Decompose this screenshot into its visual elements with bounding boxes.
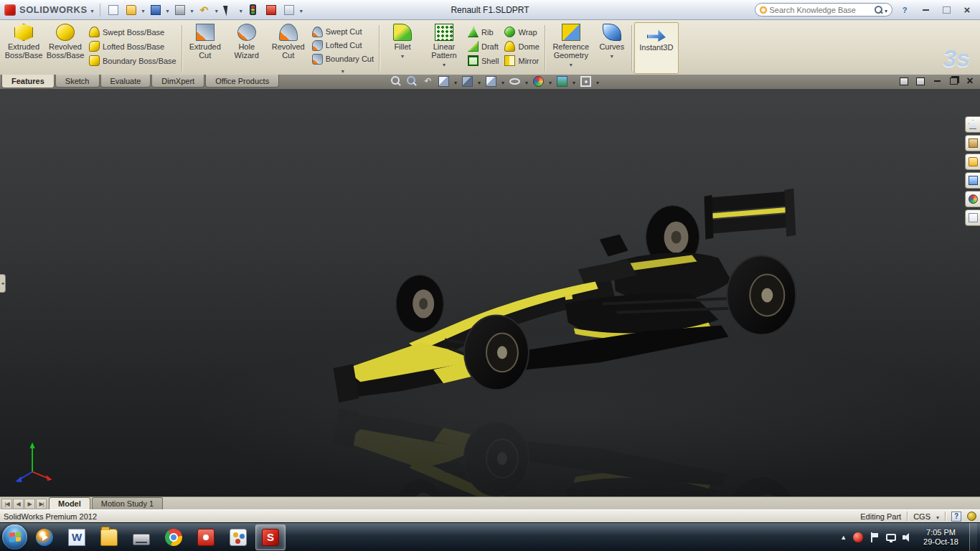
fillet-button[interactable]: Fillet bbox=[382, 22, 423, 74]
motion-study-tab[interactable]: Motion Study 1 bbox=[92, 497, 163, 509]
graphics-area[interactable] bbox=[0, 89, 980, 496]
mirror-button[interactable]: Mirror bbox=[501, 55, 542, 67]
search-dropdown-icon[interactable] bbox=[885, 6, 887, 14]
previous-view-icon[interactable] bbox=[423, 76, 433, 87]
document-restore-button[interactable] bbox=[948, 76, 959, 86]
reference-geometry-button[interactable]: Reference Geometry bbox=[547, 22, 595, 74]
status-help-button[interactable] bbox=[951, 512, 961, 522]
search-icon[interactable] bbox=[875, 6, 882, 14]
units-selector[interactable]: CGS bbox=[913, 512, 930, 521]
display-style-icon[interactable] bbox=[486, 76, 496, 87]
hole-wizard-button[interactable]: Hole Wizard bbox=[226, 22, 268, 74]
taskbar-clock[interactable]: 7:05 PM 29-Oct-18 bbox=[919, 528, 963, 547]
print-dropdown-icon[interactable] bbox=[191, 6, 194, 14]
document-close-button[interactable] bbox=[964, 76, 976, 86]
minimize-button[interactable] bbox=[917, 4, 934, 17]
undo-dropdown-icon[interactable] bbox=[215, 6, 218, 14]
cut-group-dropdown-icon[interactable] bbox=[341, 66, 344, 75]
menu-expand-icon[interactable] bbox=[91, 6, 94, 14]
document-minimize-button[interactable] bbox=[931, 76, 943, 86]
appearances-tab[interactable] bbox=[965, 191, 980, 207]
first-tab-button[interactable] bbox=[1, 499, 12, 509]
window-pane-right-button[interactable] bbox=[915, 76, 926, 86]
taskbar-app-button[interactable] bbox=[191, 524, 221, 550]
shell-button[interactable]: Shell bbox=[465, 55, 501, 67]
network-icon[interactable] bbox=[886, 534, 896, 541]
linear-pattern-dropdown-icon[interactable] bbox=[443, 60, 446, 68]
open-dropdown-icon[interactable] bbox=[142, 6, 145, 14]
view-orientation-icon[interactable] bbox=[462, 76, 473, 87]
close-button[interactable] bbox=[958, 4, 976, 17]
zoom-fit-icon[interactable] bbox=[391, 76, 402, 87]
section-dropdown-icon[interactable] bbox=[454, 77, 457, 86]
properties-dropdown-icon[interactable] bbox=[300, 6, 303, 14]
tab-features[interactable]: Features bbox=[1, 75, 55, 88]
taskbar-scanner-button[interactable] bbox=[126, 524, 156, 550]
select-button[interactable] bbox=[222, 3, 236, 17]
extruded-cut-button[interactable]: Extruded Cut bbox=[184, 22, 226, 74]
taskbar-chrome-button[interactable] bbox=[159, 524, 189, 550]
scene-dropdown-icon[interactable] bbox=[573, 77, 575, 86]
select-dropdown-icon[interactable] bbox=[240, 6, 242, 14]
tab-sketch[interactable]: Sketch bbox=[55, 75, 100, 88]
maximize-button[interactable] bbox=[938, 4, 955, 17]
file-properties-button[interactable] bbox=[282, 3, 296, 17]
zoom-area-icon[interactable] bbox=[407, 76, 418, 87]
resources-tab[interactable] bbox=[965, 116, 980, 133]
reference-geometry-dropdown-icon[interactable] bbox=[570, 60, 573, 68]
print-button[interactable] bbox=[173, 3, 187, 17]
appearance-dropdown-icon[interactable] bbox=[549, 77, 552, 86]
taskbar-media-player-button[interactable] bbox=[29, 524, 60, 550]
boundary-cut-button[interactable]: Boundary Cut bbox=[309, 53, 377, 65]
linear-pattern-button[interactable]: Linear Pattern bbox=[423, 22, 465, 74]
action-center-icon[interactable] bbox=[870, 532, 880, 542]
taskbar-explorer-button[interactable] bbox=[94, 524, 124, 550]
custom-properties-tab[interactable] bbox=[965, 209, 980, 226]
undo-button[interactable] bbox=[197, 3, 212, 17]
previous-tab-button[interactable] bbox=[13, 499, 24, 509]
tray-app-icon[interactable] bbox=[853, 532, 863, 542]
hide-show-dropdown-icon[interactable] bbox=[525, 77, 528, 86]
model-tab[interactable]: Model bbox=[49, 497, 90, 509]
search-input[interactable] bbox=[770, 6, 872, 14]
extruded-boss-button[interactable]: Extruded Boss/Base bbox=[3, 22, 44, 74]
curves-button[interactable]: Curves bbox=[595, 22, 629, 74]
volume-icon[interactable] bbox=[903, 532, 913, 542]
draft-button[interactable]: Draft bbox=[465, 40, 501, 52]
view-settings-icon[interactable] bbox=[580, 76, 591, 87]
file-explorer-tab[interactable] bbox=[965, 154, 980, 170]
boundary-boss-button[interactable]: Boundary Boss/Base bbox=[86, 55, 179, 67]
save-button[interactable] bbox=[149, 3, 163, 17]
tray-expand-icon[interactable] bbox=[840, 534, 847, 541]
design-library-tab[interactable] bbox=[965, 135, 980, 151]
start-button[interactable] bbox=[2, 524, 27, 550]
save-dropdown-icon[interactable] bbox=[166, 6, 169, 14]
tab-dimxpert[interactable]: DimXpert bbox=[151, 75, 204, 88]
open-button[interactable] bbox=[124, 3, 138, 17]
view-orientation-dropdown-icon[interactable] bbox=[478, 77, 481, 86]
options-button[interactable] bbox=[264, 3, 278, 17]
apply-scene-icon[interactable] bbox=[557, 76, 567, 87]
help-button[interactable] bbox=[896, 4, 913, 17]
units-dropdown-icon[interactable] bbox=[936, 512, 939, 521]
knowledge-search[interactable] bbox=[755, 3, 892, 17]
fillet-dropdown-icon[interactable] bbox=[401, 51, 404, 60]
curves-dropdown-icon[interactable] bbox=[611, 51, 613, 60]
rebuild-button[interactable] bbox=[246, 3, 260, 17]
last-tab-button[interactable] bbox=[36, 499, 47, 509]
swept-boss-button[interactable]: Swept Boss/Base bbox=[86, 26, 179, 38]
section-view-icon[interactable] bbox=[438, 76, 449, 87]
instant3d-button[interactable]: Instant3D bbox=[634, 22, 679, 74]
edit-appearance-icon[interactable] bbox=[533, 76, 544, 87]
display-style-dropdown-icon[interactable] bbox=[501, 77, 504, 86]
dome-button[interactable]: Dome bbox=[501, 40, 542, 52]
rib-button[interactable]: Rib bbox=[465, 26, 501, 38]
hide-show-items-icon[interactable] bbox=[509, 76, 520, 87]
revolved-boss-button[interactable]: Revolved Boss/Base bbox=[44, 22, 86, 74]
new-document-button[interactable] bbox=[106, 3, 121, 17]
taskbar-word-button[interactable] bbox=[62, 524, 92, 550]
revolved-cut-button[interactable]: Revolved Cut bbox=[268, 22, 309, 74]
feature-tree-collapse-handle[interactable] bbox=[0, 274, 6, 293]
show-desktop-button[interactable] bbox=[969, 523, 977, 551]
taskbar-paint-button[interactable] bbox=[223, 524, 253, 550]
